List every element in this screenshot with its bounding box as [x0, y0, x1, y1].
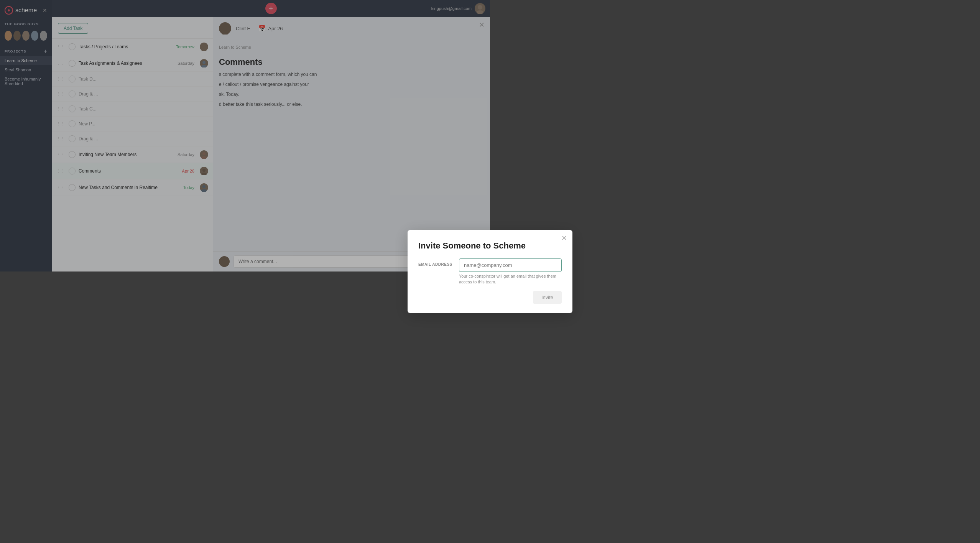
modal-overlay: ✕ Invite Someone to Scheme EMAIL ADDRESS… — [0, 0, 490, 272]
modal-form: EMAIL ADDRESS Your co-conspirator will g… — [418, 258, 490, 272]
invite-modal: ✕ Invite Someone to Scheme EMAIL ADDRESS… — [408, 230, 490, 272]
email-input[interactable] — [459, 258, 490, 272]
email-label: EMAIL ADDRESS — [418, 258, 453, 267]
email-form-row: EMAIL ADDRESS Your co-conspirator will g… — [418, 258, 490, 272]
modal-title: Invite Someone to Scheme — [418, 241, 490, 251]
email-input-section: Your co-conspirator will get an email th… — [459, 258, 490, 272]
